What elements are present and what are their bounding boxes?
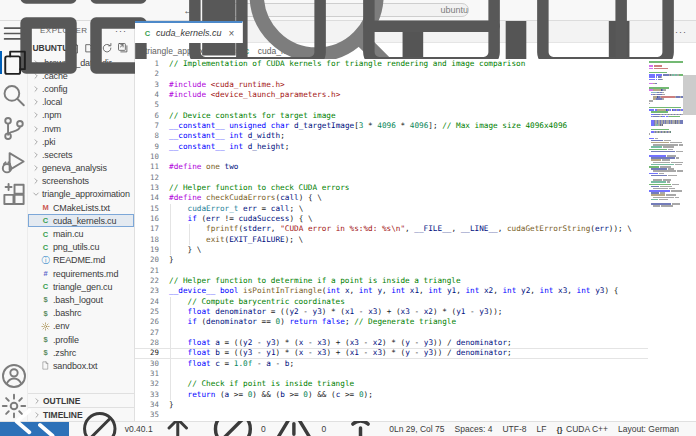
tree-item-env[interactable]: .env <box>28 320 134 333</box>
tree-item-secrets[interactable]: .secrets <box>28 148 134 161</box>
tree-item-bashrc[interactable]: $.bashrc <box>28 307 134 320</box>
code-line[interactable]: 30 float c = 1.0f - a - b; <box>135 359 648 369</box>
source-control-icon[interactable] <box>0 112 28 145</box>
chevron-right-icon <box>32 98 40 106</box>
eol-status[interactable]: LF <box>536 424 546 434</box>
code-line[interactable]: 22// Helper function to determine if a p… <box>135 276 648 286</box>
code-line[interactable]: 32 // Check if point is inside triangle <box>135 379 648 389</box>
code-line[interactable]: 25 float denominator = ((y2 - y3) * (x1 … <box>135 307 648 317</box>
tree-item-label: main.cu <box>53 229 83 239</box>
explorer-icon[interactable] <box>0 46 28 79</box>
code-line[interactable]: 11#define one two <box>135 162 648 172</box>
tree-item-triangle-approximation[interactable]: triangle_approximation <box>28 188 134 201</box>
chevron-right-icon <box>32 177 40 185</box>
remote-indicator[interactable] <box>0 422 69 436</box>
code-line[interactable]: 33 return (a >= 0) && (b >= 0) && (c >= … <box>135 390 648 400</box>
tree-item-label: sandbox.txt <box>53 361 97 371</box>
tree-item-sandbox-txt[interactable]: sandbox.txt <box>28 359 134 372</box>
code-line[interactable]: 4#include <device_launch_parameters.h> <box>135 90 648 100</box>
code-line[interactable]: 5 <box>135 100 648 110</box>
search-view-icon[interactable] <box>0 79 28 112</box>
code-line[interactable]: 20} <box>135 255 648 265</box>
code-line[interactable]: 24 // Compute barycentric coordinates <box>135 297 648 307</box>
code-line[interactable]: 12 <box>135 173 648 183</box>
code-line[interactable]: 27 <box>135 328 648 338</box>
code-line[interactable]: 28 float a = ((y2 - y3) * (x - x3) + (x3… <box>135 338 648 348</box>
line-number: 1 <box>135 59 159 69</box>
close-icon[interactable]: × <box>229 28 235 39</box>
code-line[interactable]: 16 if (err != cudaSuccess) { \ <box>135 214 648 224</box>
cuda-file-icon: C <box>41 282 50 291</box>
line-number: 25 <box>135 307 159 317</box>
code-editor: 1// Implementation of CUDA kernels for t… <box>135 59 696 421</box>
code-line[interactable]: 1// Implementation of CUDA kernels for t… <box>135 59 648 69</box>
code-line[interactable]: 9__constant__ int d_height; <box>135 142 648 152</box>
tree-item-geneva-analysis[interactable]: geneva_analysis <box>28 162 134 175</box>
tree-item-zshrc[interactable]: $.zshrc <box>28 346 134 359</box>
tree-item-label: .pki <box>42 137 55 147</box>
cuda-file-icon: C <box>41 230 50 239</box>
tab-cuda-kernels[interactable]: C cuda_kernels.cu × <box>135 21 243 43</box>
indentation-status[interactable]: Spaces: 4 <box>455 424 493 434</box>
code-line[interactable]: 10 <box>135 152 648 162</box>
minimap[interactable] <box>649 61 683 421</box>
tree-item-main-cu[interactable]: Cmain.cu <box>28 227 134 240</box>
line-number: 15 <box>135 204 159 214</box>
code-line[interactable]: 31 <box>135 369 648 379</box>
code-line[interactable]: 35 <box>135 410 648 420</box>
code-line[interactable]: 34} <box>135 400 648 410</box>
tree-item-requirements-md[interactable]: #requirements.md <box>28 267 134 280</box>
tree-item-screenshots[interactable]: screenshots <box>28 175 134 188</box>
code-line[interactable]: 15 cudaError_t err = call; \ <box>135 204 648 214</box>
tree-item-nvm[interactable]: .nvm <box>28 122 134 135</box>
keyboard-layout[interactable]: Layout: German <box>618 424 679 434</box>
tree-item-png-utils-cu[interactable]: Cpng_utils.cu <box>28 241 134 254</box>
code-line[interactable]: 29 float b = ((y3 - y1) * (x - x3) + (x1… <box>135 348 648 358</box>
code-line[interactable]: 23__device__ bool isPointInTriangle(int … <box>135 286 648 296</box>
menu-icon[interactable] <box>0 21 28 46</box>
scrollbar-thumb[interactable] <box>683 75 696 115</box>
tree-item-npm[interactable]: .npm <box>28 109 134 122</box>
tree-item-label: png_utils.cu <box>53 242 99 252</box>
cmake-file-icon: M <box>41 203 50 212</box>
cursor-position[interactable]: Ln 29, Col 75 <box>394 424 445 434</box>
code-line[interactable]: 13// Helper function to check CUDA error… <box>135 183 648 193</box>
tree-item-cuda-kernels-cu[interactable]: Ccuda_kernels.cu <box>28 214 134 227</box>
language-mode[interactable]: {} CUDA C++ <box>556 424 608 434</box>
line-number: 8 <box>135 131 159 141</box>
code-line[interactable]: 3#include <cuda_runtime.h> <box>135 80 648 90</box>
line-number: 28 <box>135 338 159 348</box>
code-line[interactable]: 18 exit(EXIT_FAILURE); \ <box>135 235 648 245</box>
tree-item-bash-logout[interactable]: $.bash_logout <box>28 293 134 306</box>
braces-icon: {} <box>556 425 562 434</box>
code-line[interactable]: 26 if (denominator == 0) return false; /… <box>135 317 648 327</box>
settings-gear-icon[interactable] <box>0 391 28 421</box>
line-number: 33 <box>135 390 159 400</box>
code-line[interactable]: 8__constant__ int d_width; <box>135 131 648 141</box>
encoding-status[interactable]: UTF-8 <box>502 424 526 434</box>
accounts-icon[interactable] <box>0 361 28 391</box>
tree-item-triangle-gen-cu[interactable]: Ctriangle_gen.cu <box>28 280 134 293</box>
shell-file-icon: $ <box>41 309 50 318</box>
line-number: 23 <box>135 286 159 296</box>
tree-item-pki[interactable]: .pki <box>28 135 134 148</box>
file-tree: .browser_data_dir.cache.config.local.npm… <box>28 56 134 393</box>
line-number: 22 <box>135 276 159 286</box>
code-line[interactable]: 14#define checkCudaErrors(call) { \ <box>135 193 648 203</box>
run-debug-icon[interactable] <box>0 145 28 178</box>
tree-item-CMakeLists-txt[interactable]: MCMakeLists.txt <box>28 201 134 214</box>
code-line[interactable]: 19 } \ <box>135 245 648 255</box>
line-number: 20 <box>135 255 159 265</box>
code-line[interactable]: 2 <box>135 69 648 79</box>
line-number: 16 <box>135 214 159 224</box>
tree-item-local[interactable]: .local <box>28 96 134 109</box>
tree-item-profile[interactable]: $.profile <box>28 333 134 346</box>
cuda-file-icon: C <box>41 216 50 225</box>
code-line[interactable]: 21 <box>135 266 648 276</box>
extensions-icon[interactable] <box>0 178 28 211</box>
code-line[interactable]: 17 fprintf(stderr, "CUDA error in %s:%d:… <box>135 224 648 234</box>
tree-item-README-md[interactable]: ⓘREADME.md <box>28 254 134 267</box>
line-number: 11 <box>135 162 159 172</box>
code-line[interactable]: 6// Device constants for target image <box>135 111 648 121</box>
code-line[interactable]: 7__constant__ unsigned char d_targetImag… <box>135 121 648 131</box>
